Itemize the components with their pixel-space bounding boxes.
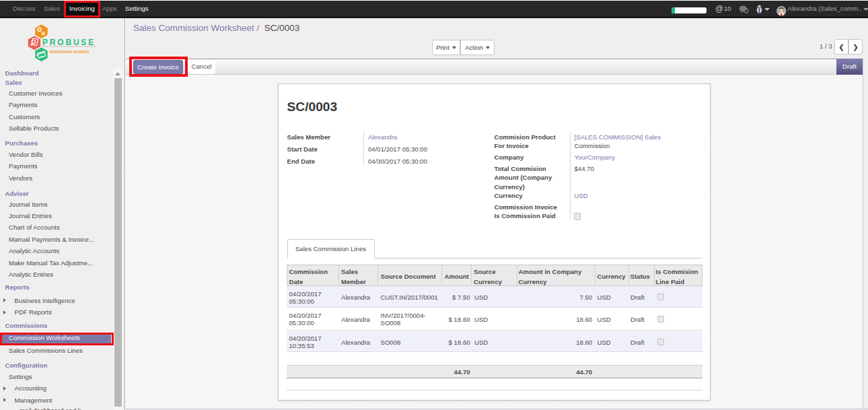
svg-text:PROBUSE: PROBUSE — [42, 37, 96, 47]
svg-text:PROFESSIONAL BUSINESS: PROFESSIONAL BUSINESS — [50, 49, 89, 54]
